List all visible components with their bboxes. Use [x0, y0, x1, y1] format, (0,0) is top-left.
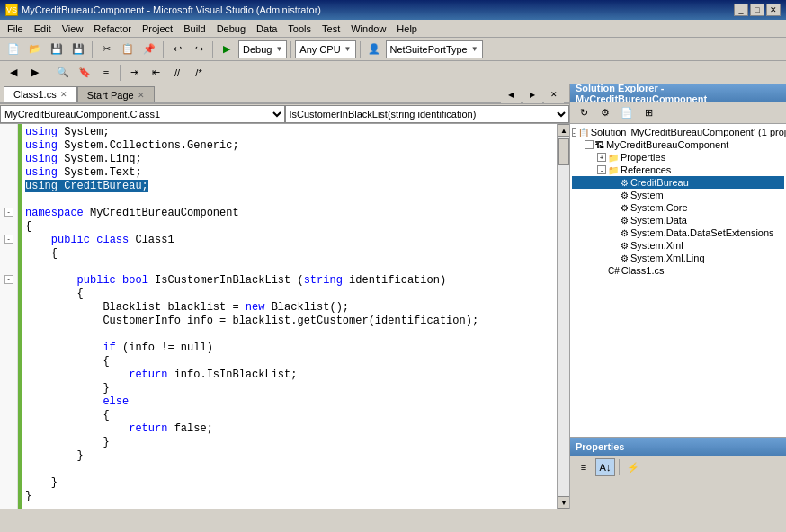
props-sep: [619, 459, 620, 475]
tree-label-3: References: [621, 164, 671, 175]
tree-item-5[interactable]: ⚙System: [572, 189, 784, 201]
title-bar: VS MyCreditBureauComponent - Microsoft V…: [0, 0, 786, 20]
left-margin: - - -: [0, 124, 18, 509]
collapse-namespace[interactable]: -: [4, 208, 13, 217]
tree-label-11: Class1.cs: [621, 265, 665, 276]
se-filter-btn[interactable]: ⊞: [639, 104, 658, 122]
tabs-scroll-right[interactable]: ▶: [523, 85, 542, 103]
tree-item-4[interactable]: ⚙CreditBureau: [572, 176, 784, 189]
copy-btn[interactable]: 📋: [118, 40, 138, 58]
undo-btn[interactable]: ↩: [167, 40, 187, 58]
tree-label-1: MyCreditBureauComponent: [606, 139, 728, 150]
tabs-scroll-left[interactable]: ◀: [501, 85, 521, 103]
nav-fwd-btn[interactable]: ▶: [25, 64, 45, 82]
menu-project[interactable]: Project: [137, 22, 178, 36]
menu-help[interactable]: Help: [391, 22, 423, 36]
tree-label-7: System.Data: [630, 215, 687, 226]
collapse-class[interactable]: -: [4, 235, 13, 244]
margin-1: [0, 124, 17, 137]
scrollbar-track[interactable]: [558, 137, 569, 496]
debug-mode-dropdown[interactable]: Debug ▼: [238, 40, 287, 58]
margin-14: [0, 299, 17, 313]
menu-test[interactable]: Test: [317, 22, 345, 36]
profile-dropdown[interactable]: NetSuitePortType ▼: [386, 40, 483, 58]
tree-item-3[interactable]: -📁References: [572, 164, 784, 176]
tab-class1-close[interactable]: ✕: [60, 90, 67, 99]
menu-refactor[interactable]: Refactor: [88, 22, 137, 36]
menu-file[interactable]: File: [2, 22, 29, 36]
tree-item-10[interactable]: ⚙System.Xml.Linq: [572, 252, 784, 264]
tree-item-11[interactable]: C#Class1.cs: [572, 264, 784, 277]
menu-build[interactable]: Build: [178, 22, 210, 36]
cpu-dropdown[interactable]: Any CPU ▼: [295, 40, 355, 58]
tab-start-page[interactable]: Start Page ✕: [77, 86, 155, 102]
tree-item-6[interactable]: ⚙System.Core: [572, 201, 784, 214]
start-btn[interactable]: ▶: [217, 40, 237, 58]
properties-title: Properties: [576, 441, 624, 452]
profile-icon: 👤: [364, 40, 384, 58]
margin-19: [0, 367, 17, 380]
se-refresh-btn[interactable]: ↻: [574, 104, 594, 122]
class-selector[interactable]: MyCreditBureauComponent.Class1: [0, 105, 285, 123]
tree-item-9[interactable]: ⚙System.Xml: [572, 239, 784, 252]
menu-data[interactable]: Data: [251, 22, 282, 36]
save-btn[interactable]: 💾: [47, 40, 67, 58]
paste-btn[interactable]: 📌: [139, 40, 159, 58]
margin-8: [0, 218, 17, 232]
tree-item-2[interactable]: +📁Properties: [572, 151, 784, 164]
tree-label-6: System.Core: [630, 202, 688, 213]
menu-tools[interactable]: Tools: [282, 22, 317, 36]
nav-back-btn[interactable]: ◀: [4, 64, 23, 82]
tree-item-1[interactable]: -🏗MyCreditBureauComponent: [572, 138, 784, 151]
method-selector[interactable]: IsCustomerInBlackList(string identificat…: [285, 105, 570, 123]
vertical-scrollbar[interactable]: ▲ ▼: [557, 124, 569, 509]
sep6: [49, 65, 49, 81]
redo-btn[interactable]: ↪: [189, 40, 209, 58]
tree-item-8[interactable]: ⚙System.Data.DataSetExtensions: [572, 226, 784, 239]
outdent-btn[interactable]: ⇤: [146, 64, 165, 82]
solution-explorer-toolbar: ↻ ⚙ 📄 ⊞: [570, 102, 786, 124]
menu-edit[interactable]: Edit: [29, 22, 57, 36]
scroll-up-btn[interactable]: ▲: [558, 124, 569, 137]
app-icon: VS: [5, 4, 18, 16]
save-all-btn[interactable]: 💾: [68, 40, 88, 58]
bookmark-btn[interactable]: 🔖: [75, 64, 94, 82]
close-button[interactable]: ✕: [766, 4, 781, 16]
tree-item-7[interactable]: ⚙System.Data: [572, 214, 784, 226]
uncomment-btn[interactable]: /*: [189, 64, 209, 82]
new-project-btn[interactable]: 📄: [4, 40, 23, 58]
find-btn[interactable]: 🔍: [53, 64, 73, 82]
solution-tree: -📋Solution 'MyCreditBureauComponent' (1 …: [570, 124, 786, 437]
props-events-btn[interactable]: ⚡: [623, 458, 643, 476]
solution-explorer-title: Solution Explorer - MyCreditBureauCompon…: [576, 83, 781, 104]
menu-view[interactable]: View: [57, 22, 89, 36]
code-area: - - -: [0, 124, 569, 509]
tabs-close[interactable]: ✕: [544, 85, 564, 103]
open-btn[interactable]: 📂: [25, 40, 45, 58]
format-btn[interactable]: ≡: [96, 64, 116, 82]
maximize-button[interactable]: □: [750, 4, 764, 16]
code-editor[interactable]: using System; using System.Collections.G…: [22, 124, 557, 509]
tree-label-9: System.Xml: [630, 240, 683, 251]
scroll-down-btn[interactable]: ▼: [558, 496, 569, 509]
se-showfiles-btn[interactable]: 📄: [617, 104, 637, 122]
collapse-method[interactable]: -: [4, 275, 13, 284]
menu-debug[interactable]: Debug: [211, 22, 251, 36]
props-alpha-btn[interactable]: A↓: [595, 458, 615, 476]
margin-15: [0, 313, 17, 326]
minimize-button[interactable]: _: [734, 4, 748, 16]
tab-start-close[interactable]: ✕: [138, 91, 145, 100]
cut-btn[interactable]: ✂: [96, 40, 116, 58]
margin-23: [0, 421, 17, 434]
indent-btn[interactable]: ⇥: [124, 64, 144, 82]
scrollbar-thumb[interactable]: [558, 138, 569, 165]
props-cat-btn[interactable]: ≡: [574, 458, 594, 476]
comment-btn[interactable]: //: [167, 64, 187, 82]
tab-class1[interactable]: Class1.cs ✕: [4, 86, 77, 102]
toolbar-main: 📄 📂 💾 💾 ✂ 📋 📌 ↩ ↪ ▶ Debug ▼ Any CPU ▼ 👤 …: [0, 38, 786, 61]
menu-window[interactable]: Window: [345, 22, 391, 36]
code-nav: MyCreditBureauComponent.Class1 IsCustome…: [0, 104, 569, 124]
tree-label-5: System: [630, 190, 664, 200]
se-props-btn[interactable]: ⚙: [595, 104, 615, 122]
tree-item-0[interactable]: -📋Solution 'MyCreditBureauComponent' (1 …: [572, 126, 784, 138]
